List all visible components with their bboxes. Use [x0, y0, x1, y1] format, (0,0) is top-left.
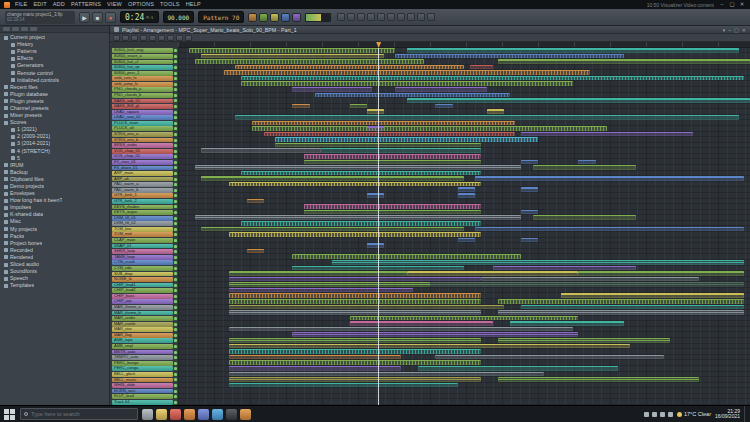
clip[interactable]: [229, 377, 481, 382]
clip[interactable]: [395, 87, 487, 92]
track-header[interactable]: GTR_funk_2: [110, 199, 178, 205]
clip[interactable]: [521, 305, 744, 310]
track-header[interactable]: WHIS_slide: [110, 383, 178, 389]
fl-studio-icon[interactable]: [240, 409, 251, 420]
track-name-button[interactable]: VOX_chop_02: [112, 154, 173, 159]
track-header[interactable]: VOX_chop_01: [110, 148, 178, 154]
track-header[interactable]: smb_jump_fx: [110, 81, 178, 87]
clip[interactable]: [229, 383, 458, 388]
track-name-button[interactable]: MAR_flag: [112, 333, 173, 338]
track-enable-led[interactable]: [174, 189, 177, 192]
track-enable-led[interactable]: [174, 300, 177, 303]
track-enable-led[interactable]: [174, 161, 177, 164]
track-enable-led[interactable]: [174, 49, 177, 52]
clip[interactable]: [350, 321, 493, 326]
track-header[interactable]: LEAD_square: [110, 109, 178, 115]
track-header[interactable]: TEMPO_auto: [110, 355, 178, 361]
taskbar-search[interactable]: [20, 408, 138, 420]
clip[interactable]: [229, 327, 572, 332]
playlist-lanes[interactable]: [178, 48, 750, 405]
browser-item[interactable]: 5: [0, 155, 109, 162]
track-name-button[interactable]: SUB_drop: [112, 272, 173, 277]
track-enable-led[interactable]: [174, 317, 177, 320]
playlist-minimize-button[interactable]: –: [728, 27, 731, 33]
track-name-button[interactable]: SHKR_loop: [112, 249, 173, 254]
track-header[interactable]: VOX_chop_02: [110, 154, 178, 160]
track-enable-led[interactable]: [174, 328, 177, 331]
track-enable-led[interactable]: [174, 83, 177, 86]
track-header[interactable]: FLUT_lead: [110, 394, 178, 400]
track-name-button[interactable]: BELL_music: [112, 378, 173, 383]
track-name-button[interactable]: CYM_crash: [112, 260, 173, 265]
track-header[interactable]: DRM_fill_02: [110, 221, 178, 227]
clip[interactable]: [367, 243, 384, 248]
track-enable-led[interactable]: [174, 289, 177, 292]
track-enable-led[interactable]: [174, 222, 177, 225]
clip[interactable]: [229, 344, 629, 349]
track-header[interactable]: CHIP_arp: [110, 299, 178, 305]
track-enable-led[interactable]: [174, 311, 177, 314]
clip[interactable]: [292, 87, 372, 92]
track-name-button[interactable]: CHIP_lead1: [112, 283, 173, 288]
browser-item[interactable]: Impulses: [0, 204, 109, 211]
clip[interactable]: [241, 171, 481, 176]
track-name-button[interactable]: MAR_theme_a: [112, 305, 173, 310]
track-name-button[interactable]: SNAP_01: [112, 244, 173, 249]
track-name-button[interactable]: 80800_kick_aug: [112, 48, 173, 53]
track-name-button[interactable]: DRM_fill_02: [112, 221, 173, 226]
playhead[interactable]: [378, 48, 379, 405]
track-enable-led[interactable]: [174, 99, 177, 102]
maximize-button[interactable]: ▢: [728, 0, 736, 9]
track-header[interactable]: DRM_fill_01: [110, 215, 178, 221]
menu-item-view[interactable]: VIEW: [107, 0, 122, 9]
track-header[interactable]: 80800_hat_op: [110, 65, 178, 71]
language-icon[interactable]: [668, 412, 673, 417]
track-name-button[interactable]: MAR_castle: [112, 322, 173, 327]
track-enable-led[interactable]: [174, 94, 177, 97]
menu-item-options[interactable]: OPTIONS: [128, 0, 154, 9]
clip[interactable]: [229, 372, 544, 377]
clip[interactable]: [332, 260, 744, 265]
browser-item[interactable]: IRUM: [0, 162, 109, 169]
track-name-button[interactable]: BRSS_stabs: [112, 143, 173, 148]
track-enable-led[interactable]: [174, 211, 177, 214]
track-enable-led[interactable]: [174, 183, 177, 186]
clip[interactable]: [229, 182, 481, 187]
track-name-button[interactable]: WHIS_slide: [112, 383, 173, 388]
typing-keyboard-icon[interactable]: [337, 13, 345, 21]
clip[interactable]: [498, 338, 670, 343]
track-header[interactable]: 80800_hat_cl: [110, 59, 178, 65]
weather-widget[interactable]: 17°C Clear: [677, 411, 711, 417]
track-header[interactable]: FX_down_01: [110, 165, 178, 171]
track-name-button[interactable]: AMB_tape: [112, 338, 173, 343]
track-name-button[interactable]: NOISE_fx: [112, 277, 173, 282]
track-header[interactable]: CYM_ride: [110, 266, 178, 272]
track-name-button[interactable]: smb_coin_fx: [112, 76, 173, 81]
track-name-button[interactable]: PAD_warm_b: [112, 188, 173, 193]
clip[interactable]: [224, 70, 590, 75]
track-enable-led[interactable]: [174, 378, 177, 381]
track-header[interactable]: MSTR_auto: [110, 349, 178, 355]
track-name-button[interactable]: TOM_low: [112, 227, 173, 232]
track-header[interactable]: BELL_music: [110, 377, 178, 383]
track-header[interactable]: ARP_main: [110, 171, 178, 177]
browser-item[interactable]: Speech: [0, 275, 109, 282]
track-header[interactable]: BASS_sub_01: [110, 98, 178, 104]
browser-item[interactable]: Envelopes: [0, 190, 109, 197]
clip[interactable]: [229, 232, 481, 237]
clip[interactable]: [510, 321, 624, 326]
clip[interactable]: [350, 316, 579, 321]
browser-item[interactable]: Plugin presets: [0, 98, 109, 105]
clip[interactable]: [195, 165, 521, 170]
track-name-button[interactable]: Track 64: [112, 400, 173, 405]
track-enable-led[interactable]: [174, 66, 177, 69]
clip[interactable]: [521, 238, 538, 243]
track-enable-led[interactable]: [174, 334, 177, 337]
track-enable-led[interactable]: [174, 256, 177, 259]
browser-item[interactable]: Scores: [0, 119, 109, 126]
track-enable-led[interactable]: [174, 122, 177, 125]
clip[interactable]: [304, 160, 481, 165]
track-enable-led[interactable]: [174, 351, 177, 354]
clip[interactable]: [498, 59, 750, 64]
clip[interactable]: [498, 299, 744, 304]
